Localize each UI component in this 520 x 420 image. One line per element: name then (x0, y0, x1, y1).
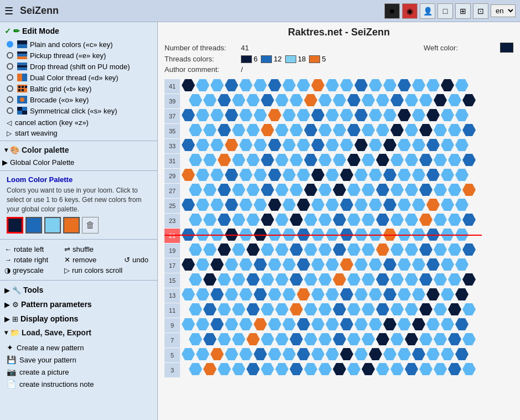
hex-cell[interactable] (296, 288, 311, 301)
hex-cell[interactable] (210, 198, 224, 211)
hex-cell[interactable] (239, 79, 253, 92)
hex-cell[interactable] (253, 318, 267, 331)
hex-cell[interactable] (246, 213, 260, 226)
hex-cell[interactable] (347, 362, 361, 376)
hex-cell[interactable] (282, 228, 296, 241)
mode-plain[interactable]: Plain and colors («c» key) (4, 39, 153, 50)
hex-cell[interactable] (339, 348, 354, 361)
hex-cell[interactable] (188, 153, 203, 167)
row-number[interactable]: 9 (164, 318, 180, 333)
hex-cell[interactable] (195, 168, 210, 182)
hex-cell[interactable] (181, 168, 195, 182)
hex-cell[interactable] (224, 288, 239, 301)
hex-cell[interactable] (404, 243, 419, 256)
hex-cell[interactable] (181, 79, 195, 92)
hex-cell[interactable] (433, 213, 447, 226)
hex-cell[interactable] (433, 183, 447, 196)
hex-cell[interactable] (419, 303, 433, 316)
hex-cell[interactable] (455, 138, 469, 152)
hex-cell[interactable] (188, 94, 203, 107)
hex-cell[interactable] (289, 213, 303, 226)
hex-cell[interactable] (275, 213, 289, 226)
start-weaving[interactable]: ▷ start weaving (0, 128, 157, 138)
hex-cell[interactable] (339, 79, 354, 92)
hex-cell[interactable] (433, 94, 447, 107)
icon-grid1[interactable]: ⊞ (455, 3, 471, 19)
hex-cell[interactable] (397, 79, 411, 92)
hex-cell[interactable] (253, 288, 267, 301)
hex-cell[interactable] (224, 138, 239, 152)
hex-cell[interactable] (311, 138, 325, 152)
hex-cell[interactable] (318, 273, 332, 286)
hex-cell[interactable] (253, 198, 267, 211)
hex-grid[interactable] (181, 78, 476, 378)
hex-cell[interactable] (203, 362, 217, 376)
hex-cell[interactable] (210, 108, 224, 122)
hex-cell[interactable] (303, 94, 318, 107)
hex-cell[interactable] (397, 108, 411, 122)
hex-cell[interactable] (426, 288, 440, 301)
new-pattern-btn[interactable]: ✦ Create a new pattern (4, 341, 153, 354)
hex-cell[interactable] (181, 318, 195, 331)
hex-cell[interactable] (447, 183, 462, 196)
hex-cell[interactable] (296, 79, 311, 92)
swatch-4[interactable] (63, 217, 80, 234)
hex-cell[interactable] (282, 348, 296, 361)
hex-cell[interactable] (181, 138, 195, 152)
hex-cell[interactable] (361, 94, 375, 107)
hex-cell[interactable] (332, 243, 347, 256)
hex-cell[interactable] (462, 333, 476, 346)
hex-cell[interactable] (447, 303, 462, 316)
row-number[interactable]: 39 (164, 94, 180, 108)
hex-cell[interactable] (347, 123, 361, 137)
hex-cell[interactable] (347, 94, 361, 107)
hex-cell[interactable] (462, 362, 476, 376)
hex-cell[interactable] (303, 273, 318, 286)
hex-cell[interactable] (181, 288, 195, 301)
hex-cell[interactable] (311, 198, 325, 211)
hex-cell[interactable] (267, 168, 282, 182)
hex-cell[interactable] (426, 108, 440, 122)
hex-cell[interactable] (275, 362, 289, 376)
hex-cell[interactable] (361, 123, 375, 137)
hex-cell[interactable] (210, 228, 224, 241)
hex-cell[interactable] (260, 94, 275, 107)
hex-cell[interactable] (440, 108, 455, 122)
hex-cell[interactable] (332, 123, 347, 137)
mode-dual[interactable]: Dual Color thread («d» key) (4, 72, 153, 83)
display-section[interactable]: ▶ ⊞ Display options (0, 312, 157, 326)
hex-cell[interactable] (440, 348, 455, 361)
hex-cell[interactable] (354, 138, 368, 152)
hex-cell[interactable] (325, 258, 339, 271)
mode-pickup[interactable]: Pickup thread («e» key) (4, 50, 153, 61)
hex-cell[interactable] (339, 168, 354, 182)
hex-cell[interactable] (375, 333, 390, 346)
global-palette-row[interactable]: ▶ Global Color Palette (0, 157, 157, 168)
hex-cell[interactable] (426, 198, 440, 211)
hex-cell[interactable] (303, 213, 318, 226)
hex-cell[interactable] (188, 362, 203, 376)
hex-cell[interactable] (267, 138, 282, 152)
hex-cell[interactable] (275, 153, 289, 167)
hex-cell[interactable] (325, 318, 339, 331)
hex-cell[interactable] (289, 243, 303, 256)
hex-cell[interactable] (361, 273, 375, 286)
hex-cell[interactable] (447, 94, 462, 107)
mode-brocade[interactable]: Brocade («o» key) (4, 94, 153, 105)
hex-cell[interactable] (303, 303, 318, 316)
hex-cell[interactable] (195, 138, 210, 152)
hex-cell[interactable] (390, 153, 404, 167)
row-number[interactable]: 15 (164, 273, 180, 288)
mode-baltic[interactable]: Baltic grid («t» key) (4, 83, 153, 94)
hex-cell[interactable] (375, 123, 390, 137)
hex-cell[interactable] (361, 333, 375, 346)
row-number[interactable]: 13 (164, 288, 180, 303)
icon-user[interactable]: 👤 (420, 3, 435, 19)
hex-cell[interactable] (383, 79, 397, 92)
hex-cell[interactable] (267, 258, 282, 271)
hex-cell[interactable] (390, 123, 404, 137)
hex-cell[interactable] (462, 303, 476, 316)
hex-cell[interactable] (188, 273, 203, 286)
hex-cell[interactable] (325, 79, 339, 92)
hex-cell[interactable] (318, 243, 332, 256)
